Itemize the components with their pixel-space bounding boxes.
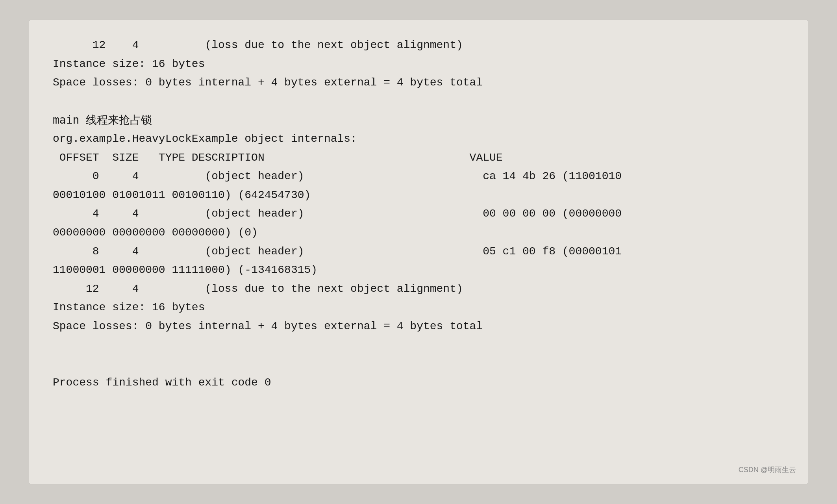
line12: 11000001 00000000 11111000) (-134168315) (53, 261, 784, 280)
line8: 00010100 01001011 00100110) (642454730) (53, 186, 784, 205)
line16: Process finished with exit code 0 (53, 373, 784, 392)
output-lines: 12 4 (loss due to the next object alignm… (53, 36, 784, 392)
line9: 4 4 (object header) 00 00 00 00 (0000000… (53, 204, 784, 223)
line14: Instance size: 16 bytes (53, 298, 784, 317)
line2: Instance size: 16 bytes (53, 55, 784, 74)
line10: 00000000 00000000 00000000) (0) (53, 223, 784, 242)
empty-line (53, 92, 784, 111)
line7: 0 4 (object header) ca 14 4b 26 (1100101… (53, 167, 784, 186)
line1: 12 4 (loss due to the next object alignm… (53, 36, 784, 55)
line15: Space losses: 0 bytes internal + 4 bytes… (53, 317, 784, 336)
terminal-output: 12 4 (loss due to the next object alignm… (29, 20, 808, 484)
line6: OFFSET SIZE TYPE DESCRIPTION VALUE (53, 148, 784, 167)
line11: 8 4 (object header) 05 c1 00 f8 (0000010… (53, 242, 784, 261)
line5: org.example.HeavyLockExample object inte… (53, 130, 784, 148)
watermark: CSDN @明雨生云 (739, 464, 796, 476)
line13: 12 4 (loss due to the next object alignm… (53, 280, 784, 298)
line4_chinese: main 线程来抢占锁 (53, 111, 784, 130)
empty-line (53, 336, 784, 355)
line3: Space losses: 0 bytes internal + 4 bytes… (53, 73, 784, 92)
empty-line (53, 354, 784, 373)
